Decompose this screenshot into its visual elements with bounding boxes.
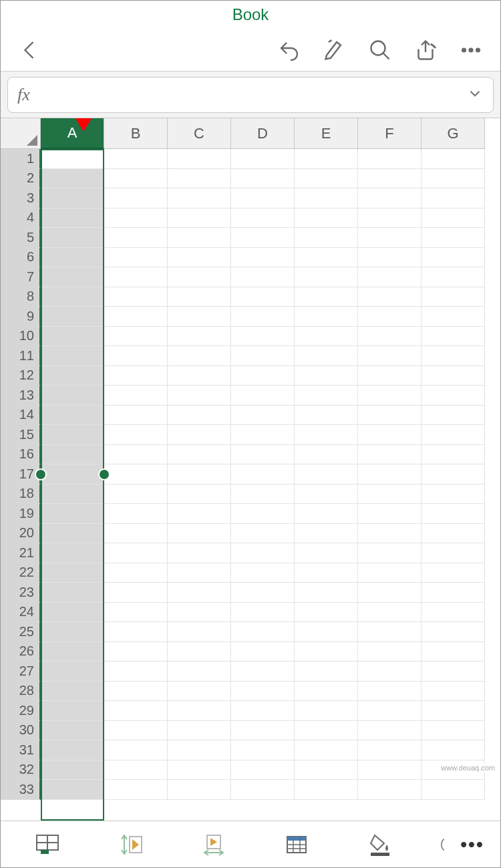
row-header[interactable]: 30 [1,721,41,741]
spreadsheet-grid[interactable]: A B C D E F G 12345678910111213141516171… [1,118,500,821]
row-header[interactable]: 31 [1,740,41,760]
cell[interactable] [168,682,231,702]
row-header[interactable]: 22 [1,563,41,583]
cell[interactable] [168,563,231,583]
cell[interactable] [41,366,104,386]
cell[interactable] [231,188,295,208]
cell[interactable] [231,445,295,465]
row-header[interactable]: 25 [1,622,41,642]
cell[interactable] [358,603,422,623]
cell[interactable] [41,622,104,642]
cell[interactable] [41,208,104,229]
cell[interactable] [168,464,231,484]
cell[interactable] [168,445,231,465]
cell[interactable] [41,406,104,426]
table-style-button[interactable] [258,826,335,863]
cell[interactable] [231,327,295,347]
cell[interactable] [231,267,295,287]
cell[interactable] [358,425,422,445]
cell[interactable] [104,642,168,662]
cell[interactable] [358,188,422,208]
cell[interactable] [422,248,485,268]
cell[interactable] [295,583,358,603]
back-button[interactable] [11,31,49,69]
cell[interactable] [295,721,358,741]
row-header[interactable]: 23 [1,583,41,603]
row-header[interactable]: 19 [1,504,41,524]
row-header[interactable]: 16 [1,445,41,465]
row-header[interactable]: 8 [1,287,41,307]
row-header[interactable]: 9 [1,307,41,327]
row-header[interactable]: 28 [1,682,41,702]
cell[interactable] [358,563,422,583]
cell[interactable] [41,445,104,465]
cell[interactable] [168,662,231,682]
cell[interactable] [231,366,295,386]
cell[interactable] [168,583,231,603]
cell[interactable] [104,307,168,327]
cell[interactable] [358,721,422,741]
cell[interactable] [422,682,485,702]
cell[interactable] [104,504,168,524]
cell[interactable] [168,543,231,563]
cell[interactable] [358,248,422,268]
cell[interactable] [104,267,168,287]
cell[interactable] [168,406,231,426]
cell[interactable] [231,386,295,406]
cell[interactable] [104,563,168,583]
column-header-e[interactable]: E [295,118,358,149]
cell[interactable] [422,484,485,504]
cell[interactable] [104,682,168,702]
row-header[interactable]: 10 [1,327,41,347]
cell[interactable] [358,484,422,504]
cell[interactable] [422,366,485,386]
cell[interactable] [41,721,104,741]
cell[interactable] [168,287,231,307]
cell[interactable] [231,425,295,445]
cell[interactable] [231,780,295,800]
cell[interactable] [41,740,104,760]
cell[interactable] [231,346,295,366]
cell[interactable] [422,228,485,248]
cell[interactable] [231,504,295,524]
cell[interactable] [168,169,231,189]
cell[interactable] [41,386,104,406]
cell[interactable] [358,169,422,189]
cell[interactable] [41,267,104,287]
cell[interactable] [104,445,168,465]
cell[interactable] [358,760,422,780]
cell[interactable] [422,307,485,327]
cell[interactable] [422,445,485,465]
row-header[interactable]: 1 [1,149,41,169]
cell[interactable] [231,760,295,780]
cell[interactable] [295,327,358,347]
cell[interactable] [231,248,295,268]
cell[interactable] [295,563,358,583]
cell[interactable] [104,701,168,721]
row-header[interactable]: 27 [1,662,41,682]
row-header[interactable]: 4 [1,208,41,229]
cell[interactable] [422,188,485,208]
cell[interactable] [104,662,168,682]
cell[interactable] [295,603,358,623]
cell[interactable] [231,721,295,741]
cell[interactable] [168,208,231,229]
cell[interactable] [358,524,422,544]
cell[interactable] [295,622,358,642]
cell[interactable] [168,642,231,662]
row-header[interactable]: 21 [1,543,41,563]
bottom-more-button[interactable]: ••• [452,834,492,855]
cell[interactable] [231,622,295,642]
cell[interactable] [358,740,422,760]
cell[interactable] [168,366,231,386]
cell[interactable] [104,425,168,445]
cell[interactable] [295,287,358,307]
cell[interactable] [104,622,168,642]
cell[interactable] [41,524,104,544]
cell[interactable] [231,524,295,544]
cell[interactable] [295,445,358,465]
cell[interactable] [41,464,104,484]
cell[interactable] [358,327,422,347]
cell[interactable] [168,603,231,623]
cell[interactable] [168,267,231,287]
